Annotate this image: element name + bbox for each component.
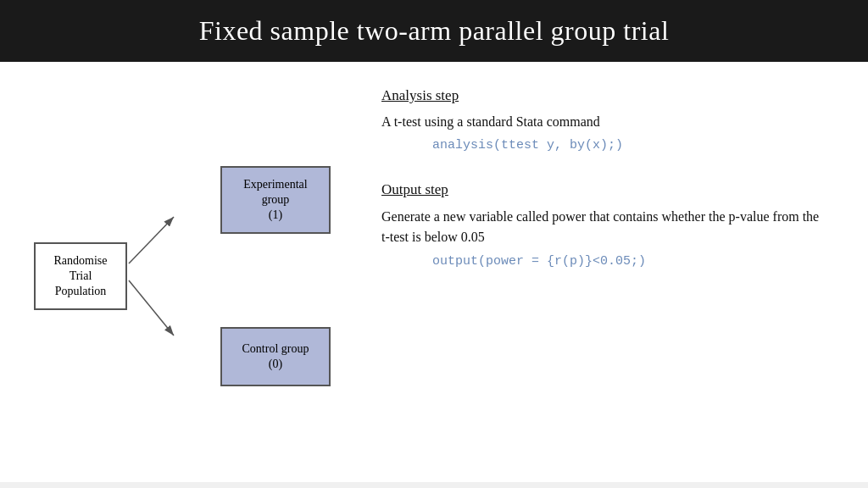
output-section: Output step Generate a new variable call… <box>381 181 834 289</box>
control-label: Control group(0) <box>242 341 309 372</box>
experimental-label: Experimentalgroup(1) <box>243 177 307 224</box>
analysis-code: analysis(ttest y, by(x);) <box>432 136 834 156</box>
control-box: Control group(0) <box>220 327 331 386</box>
analysis-label: Analysis step <box>381 87 834 104</box>
randomise-label: RandomiseTrialPopulation <box>54 253 108 300</box>
content-area: Analysis step A t-test using a standard … <box>356 87 834 465</box>
svg-line-2 <box>129 280 174 336</box>
output-label: Output step <box>381 181 834 198</box>
svg-line-1 <box>129 217 174 263</box>
diagram-area: RandomiseTrialPopulation Experimentalgro… <box>34 87 356 465</box>
title-text: Fixed sample two-arm parallel group tria… <box>199 15 670 46</box>
output-code: output(power = {r(p)}<0.05;) <box>432 252 834 272</box>
main-content: RandomiseTrialPopulation Experimentalgro… <box>0 62 868 482</box>
page-title: Fixed sample two-arm parallel group tria… <box>0 0 868 62</box>
analysis-description: A t-test using a standard Stata command <box>381 113 834 131</box>
analysis-section: Analysis step A t-test using a standard … <box>381 87 834 173</box>
diagram-inner: RandomiseTrialPopulation Experimentalgro… <box>34 132 339 420</box>
experimental-box: Experimentalgroup(1) <box>220 166 331 234</box>
randomise-box: RandomiseTrialPopulation <box>34 242 127 310</box>
output-description: Generate a new variable called power tha… <box>381 207 822 247</box>
